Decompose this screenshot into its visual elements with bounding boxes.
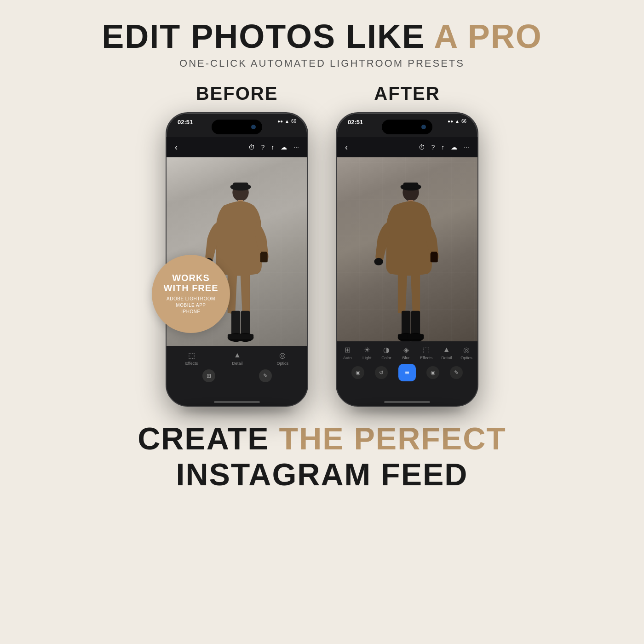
back-arrow-after[interactable]: ‹: [345, 143, 348, 152]
after-phone: 02:51 ●● ▲ 66 ‹ ⏱ ? ↑ ☁ ···: [336, 112, 478, 407]
preset-icon2[interactable]: ↺: [375, 366, 388, 379]
history-icon-after[interactable]: ⏱: [419, 144, 425, 151]
footer-title: CREATE THE PERFECT: [138, 420, 506, 456]
tab-effects-before[interactable]: ⬚ Effects: [185, 351, 198, 366]
badge-subtitle: ADOBE LIGHTROOMMOBILE APPIPHONE: [167, 296, 215, 315]
main-title: EDIT PHOTOS LIKE A PRO: [102, 18, 542, 55]
phone-shadow-after: [350, 404, 464, 414]
toolbar-icons-before: ⏱ ? ↑ ☁ ···: [248, 144, 299, 151]
preset-icon1[interactable]: ◉: [351, 366, 364, 379]
toolbar-icons-after: ⏱ ? ↑ ☁ ···: [419, 144, 469, 151]
battery-icon-after: 66: [461, 119, 466, 124]
more-icon-after[interactable]: ···: [464, 144, 469, 151]
header-subtitle: ONE-CLICK AUTOMATED LIGHTROOM PRESETS: [102, 58, 542, 69]
svg-rect-22: [411, 311, 420, 337]
app-toolbar-before: ‹ ⏱ ? ↑ ☁ ···: [167, 137, 307, 157]
before-section: BEFORE WORKSWITH FREE ADOBE LIGHTROOMMOB…: [166, 83, 308, 407]
footer-create: CREATE: [138, 421, 270, 456]
color-label: Color: [381, 356, 391, 360]
phone-shadow-before: [180, 404, 294, 414]
effects-label-after: Effects: [420, 356, 432, 360]
camera-dot-after: [421, 125, 426, 129]
effects-icon-before: ⬚: [186, 351, 197, 360]
preset-icon-active[interactable]: ≡: [398, 364, 416, 381]
tab-auto-after[interactable]: ⊞ Auto: [342, 345, 353, 360]
light-icon: ☀: [362, 345, 373, 354]
dynamic-island-before: [212, 120, 262, 134]
footer-perfect: THE PERFECT: [279, 421, 506, 456]
home-indicator-after: [384, 401, 430, 403]
tab-optics-after[interactable]: ◎ Optics: [460, 345, 472, 360]
status-icons-after: ●● ▲ 66: [448, 119, 466, 124]
signal-icon: ●●: [277, 119, 283, 124]
row2-icon1-before[interactable]: ⊞: [202, 369, 215, 382]
after-label: AFTER: [374, 83, 440, 104]
wifi-icon-after: ▲: [455, 119, 460, 124]
svg-rect-21: [402, 311, 410, 337]
more-icon[interactable]: ···: [293, 144, 299, 151]
help-icon[interactable]: ?: [261, 144, 265, 151]
footer-section: CREATE THE PERFECT INSTAGRAM FEED: [138, 420, 506, 492]
bottom-panel-before: ⬚ Effects ▲ Detail ◎ Optics ⊞: [167, 346, 307, 406]
preset-icon3[interactable]: ◉: [426, 366, 439, 379]
camera-dot-before: [251, 125, 256, 129]
photo-bg-after: [337, 157, 477, 346]
effects-icon-after: ⬚: [421, 345, 432, 354]
svg-rect-8: [231, 311, 240, 337]
svg-rect-5: [260, 253, 268, 263]
back-arrow-before[interactable]: ‹: [175, 143, 178, 152]
header-section: EDIT PHOTOS LIKE A PRO ONE-CLICK AUTOMAT…: [102, 18, 542, 69]
history-icon[interactable]: ⏱: [248, 144, 255, 151]
bottom-tabs-before: ⬚ Effects ▲ Detail ◎ Optics: [167, 346, 307, 366]
bottom-row2-after: ◉ ↺ ≡ ◉ ✎: [337, 360, 477, 381]
battery-icon: 66: [291, 119, 296, 124]
bottom-tabs-after-row1: ⊞ Auto ☀ Light ◑ Color ◈: [337, 341, 477, 360]
badge-works: WORKSWITH FREE: [164, 273, 218, 293]
cloud-icon-after[interactable]: ☁: [451, 144, 457, 151]
tab-color-after[interactable]: ◑ Color: [381, 345, 392, 360]
optics-label-after: Optics: [460, 356, 472, 360]
share-icon-after[interactable]: ↑: [441, 144, 444, 151]
svg-rect-18: [431, 253, 438, 263]
row2-icon2-before[interactable]: ✎: [259, 369, 272, 382]
footer-instagram: INSTAGRAM FEED: [138, 456, 506, 492]
person-svg-after: [337, 157, 477, 346]
preset-icon4[interactable]: ✎: [450, 366, 463, 379]
badge-circle: WORKSWITH FREE ADOBE LIGHTROOMMOBILE APP…: [152, 255, 230, 333]
tab-optics-before[interactable]: ◎ Optics: [277, 351, 289, 366]
app-toolbar-after: ‹ ⏱ ? ↑ ☁ ···: [337, 137, 477, 157]
tab-light-after[interactable]: ☀ Light: [362, 345, 373, 360]
optics-icon-before: ◎: [277, 351, 288, 360]
color-icon: ◑: [381, 345, 392, 354]
signal-icon-after: ●●: [448, 119, 453, 124]
share-icon[interactable]: ↑: [271, 144, 274, 151]
status-icons-before: ●● ▲ 66: [277, 119, 296, 124]
blur-icon: ◈: [401, 345, 412, 354]
before-after-section: BEFORE WORKSWITH FREE ADOBE LIGHTROOMMOB…: [166, 83, 478, 407]
help-icon-after[interactable]: ?: [431, 144, 435, 151]
after-phone-wrapper: 02:51 ●● ▲ 66 ‹ ⏱ ? ↑ ☁ ···: [336, 112, 478, 407]
tab-detail-before[interactable]: ▲ Detail: [232, 351, 243, 366]
svg-rect-16: [403, 183, 418, 189]
svg-rect-9: [241, 311, 250, 337]
dynamic-island-after: [382, 120, 432, 134]
wifi-icon: ▲: [285, 119, 289, 124]
optics-icon-after: ◎: [461, 345, 472, 354]
effects-label-before: Effects: [185, 361, 198, 366]
bottom-panel-after: ⊞ Auto ☀ Light ◑ Color ◈: [337, 341, 477, 406]
light-label: Light: [362, 356, 372, 360]
before-phone-wrapper: WORKSWITH FREE ADOBE LIGHTROOMMOBILE APP…: [166, 112, 308, 407]
blur-label: Blur: [402, 356, 410, 360]
cloud-icon[interactable]: ☁: [281, 144, 287, 151]
photo-after: [337, 157, 477, 346]
title-black: EDIT PHOTOS LIKE: [102, 18, 425, 55]
tab-blur-after[interactable]: ◈ Blur: [401, 345, 412, 360]
detail-label-before: Detail: [232, 361, 242, 366]
detail-label-after: Detail: [441, 356, 452, 360]
svg-point-20: [374, 258, 383, 265]
svg-rect-26: [408, 334, 424, 339]
home-indicator-before: [214, 401, 260, 403]
detail-icon-before: ▲: [232, 351, 243, 360]
tab-effects-after[interactable]: ⬚ Effects: [420, 345, 432, 360]
tab-detail-after[interactable]: ▲ Detail: [441, 345, 452, 360]
